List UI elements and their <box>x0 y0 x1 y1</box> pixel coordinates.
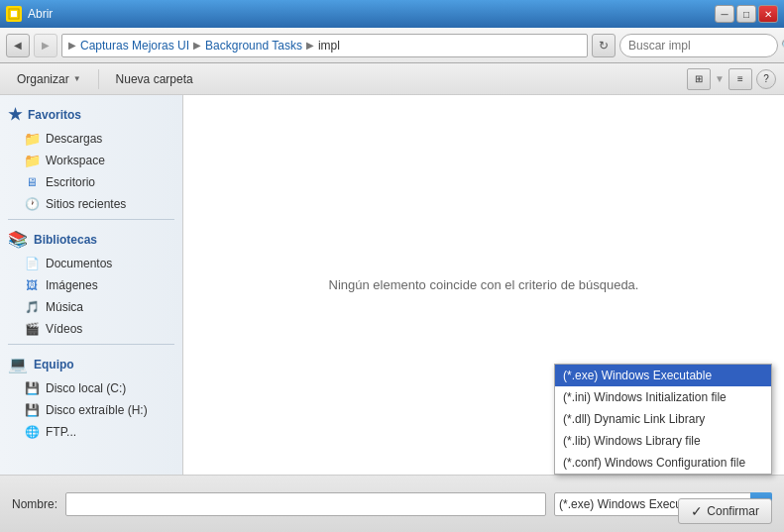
sidebar-header-favoritos: ★ Favoritos <box>0 99 182 128</box>
confirm-label: Confirmar <box>707 504 759 518</box>
ftp-icon: 🌐 <box>24 424 40 440</box>
disco-c-icon: 💾 <box>24 380 40 396</box>
favoritos-star-icon: ★ <box>8 105 22 124</box>
equipo-icon: 💻 <box>8 355 28 373</box>
filename-input[interactable] <box>65 492 546 516</box>
filetype-option-lib[interactable]: (*.lib) Windows Library file <box>555 430 771 452</box>
bibliotecas-icon: 📚 <box>8 230 28 249</box>
imagenes-icon: 🖼 <box>24 277 40 293</box>
confirm-icon: ✓ <box>691 503 703 519</box>
musica-label: Música <box>46 300 83 314</box>
new-folder-button[interactable]: Nueva carpeta <box>107 68 202 90</box>
musica-icon: 🎵 <box>24 299 40 315</box>
sidebar-item-disco-c[interactable]: 💾 Disco local (C:) <box>0 377 182 399</box>
svg-rect-1 <box>11 11 17 17</box>
descargas-folder-icon: 📁 <box>24 131 40 147</box>
breadcrumb-sep-2: ▶ <box>306 40 314 51</box>
refresh-button[interactable]: ↻ <box>592 34 616 57</box>
window-title: Abrir <box>28 7 53 21</box>
title-bar-left: Abrir <box>6 6 53 22</box>
descargas-label: Descargas <box>46 132 102 146</box>
escritorio-desktop-icon: 🖥 <box>24 174 40 190</box>
minimize-button[interactable]: ─ <box>715 5 734 23</box>
sidebar-item-musica[interactable]: 🎵 Música <box>0 296 182 318</box>
sidebar-divider-2 <box>8 344 174 345</box>
workspace-label: Workspace <box>46 154 105 167</box>
sidebar-item-ftp[interactable]: 🌐 FTP... <box>0 421 182 443</box>
sitios-recientes-icon: 🕐 <box>24 196 40 212</box>
maximize-button[interactable]: □ <box>736 5 756 23</box>
close-button[interactable]: ✕ <box>758 5 778 23</box>
sidebar-section-equipo: 💻 Equipo 💾 Disco local (C:) 💾 Disco extr… <box>0 349 182 443</box>
breadcrumb-item-current: impl <box>318 39 340 53</box>
documentos-icon: 📄 <box>24 256 40 271</box>
title-bar: Abrir ─ □ ✕ <box>0 0 784 28</box>
sidebar: ★ Favoritos 📁 Descargas 📁 Workspace 🖥 Es… <box>0 95 183 475</box>
sidebar-item-documentos[interactable]: 📄 Documentos <box>0 253 182 274</box>
breadcrumb-root-icon: ▶ <box>68 40 76 51</box>
breadcrumb-item-2[interactable]: Background Tasks <box>205 39 302 53</box>
toolbar: Organizar ▼ Nueva carpeta ⊞ ▼ ≡ ? <box>0 63 784 95</box>
breadcrumb: ▶ Capturas Mejoras UI ▶ Background Tasks… <box>61 34 588 57</box>
window-icon <box>6 6 22 22</box>
views-button[interactable]: ⊞ <box>687 68 711 90</box>
sitios-recientes-label: Sitios recientes <box>46 197 126 211</box>
sidebar-item-imagenes[interactable]: 🖼 Imágenes <box>0 274 182 296</box>
search-bar: 🔍 <box>619 34 778 57</box>
new-folder-label: Nueva carpeta <box>116 72 193 86</box>
sidebar-section-favoritos: ★ Favoritos 📁 Descargas 📁 Workspace 🖥 Es… <box>0 99 182 215</box>
videos-label: Vídeos <box>46 322 82 336</box>
filetype-option-exe[interactable]: (*.exe) Windows Executable <box>555 365 771 386</box>
filename-label: Nombre: <box>12 497 57 511</box>
videos-icon: 🎬 <box>24 321 40 337</box>
favoritos-label: Favoritos <box>28 108 81 122</box>
disco-h-label: Disco extraíble (H:) <box>46 403 148 417</box>
toolbar-separator <box>98 69 99 89</box>
bibliotecas-label: Bibliotecas <box>34 233 97 247</box>
ftp-label: FTP... <box>46 425 76 439</box>
sidebar-item-workspace[interactable]: 📁 Workspace <box>0 150 182 171</box>
organize-arrow-icon: ▼ <box>73 74 81 83</box>
filetype-dropdown: (*.exe) Windows Executable (*.ini) Windo… <box>554 364 772 475</box>
action-buttons: ✓ Confirmar <box>678 498 772 524</box>
breadcrumb-sep-1: ▶ <box>193 40 201 51</box>
equipo-label: Equipo <box>34 358 74 372</box>
filetype-option-dll[interactable]: (*.dll) Dynamic Link Library <box>555 408 771 430</box>
sidebar-header-equipo: 💻 Equipo <box>0 349 182 377</box>
bottom-bar: (*.exe) Windows Executable (*.ini) Windo… <box>0 475 784 532</box>
disco-c-label: Disco local (C:) <box>46 381 126 395</box>
filetype-option-conf[interactable]: (*.conf) Windows Configuration file <box>555 452 771 474</box>
sidebar-header-bibliotecas: 📚 Bibliotecas <box>0 224 182 253</box>
sidebar-item-sitios-recientes[interactable]: 🕐 Sitios recientes <box>0 193 182 215</box>
workspace-folder-icon: 📁 <box>24 153 40 168</box>
confirm-button[interactable]: ✓ Confirmar <box>678 498 772 524</box>
search-input[interactable] <box>628 39 777 53</box>
sidebar-item-disco-h[interactable]: 💾 Disco extraíble (H:) <box>0 399 182 421</box>
organize-label: Organizar <box>17 72 69 86</box>
address-bar: ◀ ▶ ▶ Capturas Mejoras UI ▶ Background T… <box>0 28 784 63</box>
disco-h-icon: 💾 <box>24 402 40 418</box>
no-results-text: Ningún elemento coincide con el criterio… <box>329 277 639 292</box>
documentos-label: Documentos <box>46 257 112 270</box>
back-button[interactable]: ◀ <box>6 34 30 57</box>
imagenes-label: Imágenes <box>46 278 98 292</box>
forward-button[interactable]: ▶ <box>34 34 57 57</box>
details-view-button[interactable]: ≡ <box>728 68 752 90</box>
toolbar-right: ⊞ ▼ ≡ ? <box>687 68 776 90</box>
organize-button[interactable]: Organizar ▼ <box>8 68 90 90</box>
sidebar-section-bibliotecas: 📚 Bibliotecas 📄 Documentos 🖼 Imágenes 🎵 … <box>0 224 182 340</box>
sidebar-divider-1 <box>8 219 174 220</box>
escritorio-label: Escritorio <box>46 175 95 189</box>
sidebar-item-videos[interactable]: 🎬 Vídeos <box>0 318 182 340</box>
help-button[interactable]: ? <box>756 69 776 89</box>
sidebar-item-descargas[interactable]: 📁 Descargas <box>0 128 182 150</box>
views-arrow: ▼ <box>715 73 725 84</box>
sidebar-item-escritorio[interactable]: 🖥 Escritorio <box>0 171 182 193</box>
filetype-option-ini[interactable]: (*.ini) Windows Initialization file <box>555 386 771 408</box>
breadcrumb-item-1[interactable]: Capturas Mejoras UI <box>80 39 189 53</box>
window-controls: ─ □ ✕ <box>715 5 778 23</box>
